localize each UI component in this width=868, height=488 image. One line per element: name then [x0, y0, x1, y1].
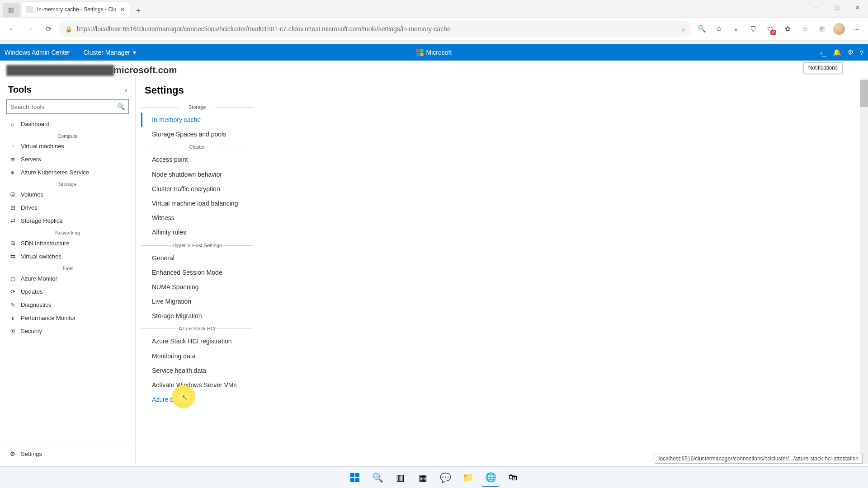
host-suffix: microsoft.com	[113, 65, 177, 75]
tools-search[interactable]: 🔍	[6, 99, 129, 114]
tool-icon: ▫	[9, 143, 16, 150]
address-bar[interactable]: 🔒 https://localhost:6516/clustermanager/…	[59, 21, 692, 37]
settings-nav-item[interactable]: Service health data	[141, 363, 253, 378]
sidebar-item-settings[interactable]: ⚙ Settings	[0, 447, 135, 460]
settings-group-header: Hyper-V Host Settings	[141, 243, 253, 248]
cursor-icon: ↖	[182, 393, 188, 403]
browser-chrome: ▥ In-memory cache - Settings - Clu ✕ ＋ —…	[0, 0, 868, 44]
close-window-button[interactable]: ✕	[847, 0, 868, 15]
edge-icon[interactable]: 🌐	[481, 469, 500, 487]
shield-icon[interactable]: 🛡10	[763, 22, 778, 36]
settings-nav-item[interactable]: In-memory cache	[141, 113, 253, 127]
settings-nav-item[interactable]: Affinity rules	[141, 225, 253, 239]
context-dropdown[interactable]: Cluster Manager ▾	[84, 49, 137, 56]
widgets-icon[interactable]: ▦	[414, 469, 432, 487]
zoom-icon[interactable]: 🔍	[694, 22, 709, 36]
settings-gear-icon[interactable]: ⚙	[848, 48, 854, 56]
refresh-button[interactable]: ⟳	[41, 21, 56, 37]
tool-item[interactable]: ⌂Dashboard	[0, 117, 135, 131]
taskbar: 🔍 ▥ ▦ 💬 📁 🌐 🛍	[0, 466, 868, 488]
url-text: https://localhost:6516/clustermanager/co…	[77, 25, 677, 33]
tools-group-header: Tools	[0, 263, 135, 272]
shopping-icon[interactable]: ⛉	[746, 22, 760, 36]
collections-icon[interactable]: ⊞	[815, 22, 829, 36]
tool-item[interactable]: ⫾Performance Monitor	[0, 311, 135, 324]
forward-button[interactable]: →	[23, 21, 38, 37]
settings-nav-item[interactable]: Virtual machine load balancing	[141, 196, 253, 211]
minimize-button[interactable]: —	[806, 0, 826, 15]
tool-item[interactable]: ⛁Volumes	[0, 188, 135, 201]
help-icon[interactable]: ?	[860, 49, 863, 56]
overflow-chevron-icon[interactable]: »	[729, 22, 743, 36]
scrollbar[interactable]	[860, 78, 868, 464]
settings-nav-item[interactable]: Witness	[141, 211, 253, 225]
settings-nav-item[interactable]: Azure benefits↖	[141, 392, 253, 407]
scrollbar-thumb[interactable]	[860, 80, 868, 107]
tool-item[interactable]: ⟳Updates	[0, 285, 135, 298]
tool-icon: ◴	[9, 275, 16, 282]
chevron-down-icon: ▾	[133, 49, 136, 56]
tool-item[interactable]: ◴Azure Monitor	[0, 272, 135, 285]
tool-item[interactable]: ✎Diagnostics	[0, 298, 135, 311]
main-layout: Tools ‹ 🔍 ⌂DashboardCompute▫Virtual mach…	[0, 78, 868, 464]
settings-nav-item[interactable]: Live Migration	[141, 294, 253, 309]
settings-nav-item[interactable]: General	[141, 251, 253, 265]
ms-brand: Microsoft	[416, 49, 452, 56]
maximize-button[interactable]: ▢	[826, 0, 847, 15]
microsoft-logo-icon	[416, 49, 424, 56]
reader-icon[interactable]: ⌕	[682, 25, 685, 33]
settings-nav-item[interactable]: Monitoring data	[141, 349, 253, 363]
collapse-chevron-icon[interactable]: ‹	[125, 86, 127, 94]
settings-nav-item[interactable]: Storage Spaces and pools	[141, 127, 253, 141]
tools-list: ⌂DashboardCompute▫Virtual machines≣Serve…	[0, 117, 135, 447]
favorite-icon[interactable]: ✩	[712, 22, 726, 36]
tools-pane: Tools ‹ 🔍 ⌂DashboardCompute▫Virtual mach…	[0, 78, 136, 464]
context-label: Cluster Manager	[84, 49, 131, 56]
settings-group-header: Cluster	[141, 144, 253, 150]
tool-label: Virtual machines	[21, 143, 64, 150]
tool-icon: ⫾	[9, 314, 16, 321]
settings-nav-item[interactable]: Access point	[141, 152, 253, 167]
tool-icon: ⌂	[9, 121, 16, 127]
wac-right-icons: ›_ 🔔 ⚙ ?	[820, 48, 863, 56]
start-button[interactable]	[346, 469, 364, 487]
settings-nav-item[interactable]: Storage Migration	[141, 309, 253, 323]
redacted-hostname: ██████████████████	[6, 65, 113, 75]
vertical-tabs-button[interactable]: ▥	[3, 3, 20, 17]
wac-brand[interactable]: Windows Admin Center	[5, 49, 71, 56]
chat-icon[interactable]: 💬	[436, 469, 454, 487]
browser-tab[interactable]: In-memory cache - Settings - Clu ✕	[22, 2, 130, 17]
wac-top-bar: Windows Admin Center Cluster Manager ▾ M…	[0, 44, 868, 61]
profile-avatar[interactable]	[832, 22, 846, 36]
tool-item[interactable]: ⇄Storage Replica	[0, 214, 135, 227]
address-row: ← → ⟳ 🔒 https://localhost:6516/clusterma…	[0, 17, 868, 41]
file-explorer-icon[interactable]: 📁	[459, 469, 477, 487]
tool-label: SDN Infrastructure	[21, 240, 70, 247]
more-icon[interactable]: ⋯	[849, 22, 863, 36]
new-tab-button[interactable]: ＋	[132, 4, 145, 17]
tool-item[interactable]: ⛨Security	[0, 324, 135, 338]
notifications-icon[interactable]: 🔔	[833, 48, 841, 56]
favorites-bar-icon[interactable]: ☆	[797, 22, 812, 36]
settings-nav-item[interactable]: NUMA Spanning	[141, 280, 253, 294]
settings-nav-item[interactable]: Azure Stack HCI registration	[141, 334, 253, 348]
back-button[interactable]: ←	[5, 21, 20, 37]
settings-nav-item[interactable]: Node shutdown behavior	[141, 167, 253, 182]
settings-nav-item[interactable]: Activate Windows Server VMs	[141, 378, 253, 392]
tool-item[interactable]: ⊟Drives	[0, 201, 135, 214]
tool-item[interactable]: ⧉SDN Infrastructure	[0, 236, 135, 250]
tool-item[interactable]: ⇆Virtual switches	[0, 250, 135, 263]
store-icon[interactable]: 🛍	[504, 469, 522, 487]
task-view-icon[interactable]: ▥	[391, 469, 409, 487]
tool-item[interactable]: ≣Servers	[0, 153, 135, 166]
search-input[interactable]	[10, 103, 114, 110]
taskbar-search-icon[interactable]: 🔍	[368, 469, 387, 487]
settings-nav-item[interactable]: Cluster traffic encryption	[141, 182, 253, 196]
tool-label: Diagnostics	[21, 301, 51, 308]
close-icon[interactable]: ✕	[120, 6, 125, 13]
tool-item[interactable]: ▫Virtual machines	[0, 140, 135, 153]
tool-item[interactable]: ⎈Azure Kubernetes Service	[0, 166, 135, 179]
powershell-icon[interactable]: ›_	[820, 49, 826, 56]
settings-nav-item[interactable]: Enhanced Session Mode	[141, 265, 253, 280]
extensions-icon[interactable]: ✿	[780, 22, 795, 36]
